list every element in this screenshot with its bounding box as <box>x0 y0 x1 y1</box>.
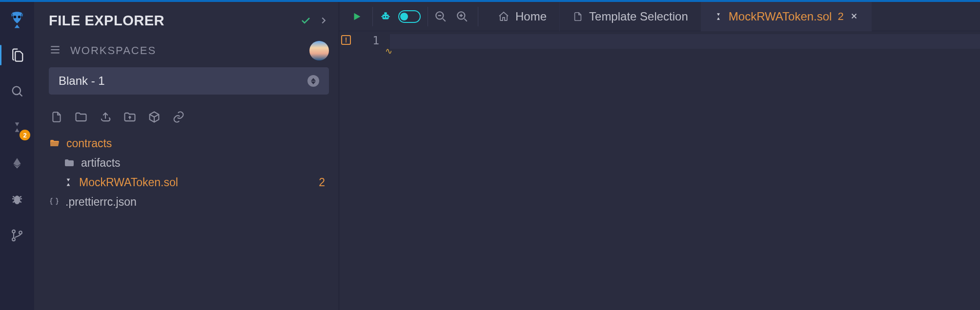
close-icon <box>850 12 858 20</box>
svg-point-5 <box>12 238 15 241</box>
cube-icon <box>147 110 161 124</box>
check-icon <box>300 15 311 26</box>
line-number-gutter: 1 <box>353 31 390 310</box>
upload-folder-button[interactable] <box>122 109 138 125</box>
solidity-file-icon <box>63 177 73 187</box>
compiler-warning-badge: 2 <box>20 130 30 140</box>
tree-item-count: 2 <box>319 176 329 189</box>
tab-home[interactable]: Home <box>485 2 560 31</box>
bug-icon <box>10 192 24 207</box>
ethereum-icon <box>11 157 23 170</box>
workspace-selected-value: Blank - 1 <box>59 74 105 88</box>
tree-file-prettierrc[interactable]: .prettierrc.json <box>49 192 329 212</box>
svg-point-6 <box>19 231 22 234</box>
svg-point-4 <box>12 230 15 233</box>
tree-label: contracts <box>66 137 329 150</box>
link-icon <box>172 110 185 124</box>
svg-point-9 <box>384 16 385 18</box>
folder-open-icon <box>49 137 61 149</box>
warning-squiggle: ∿ <box>385 46 391 56</box>
nav-debugger[interactable] <box>6 188 28 211</box>
ai-toggle[interactable] <box>398 10 421 23</box>
zoom-out-button[interactable] <box>432 8 449 25</box>
tree-label: artifacts <box>81 156 329 170</box>
svg-point-1 <box>18 16 21 19</box>
workspaces-menu[interactable] <box>49 43 61 58</box>
activity-bar: 2 <box>0 2 34 310</box>
nav-deploy[interactable] <box>6 152 28 174</box>
svg-point-0 <box>14 16 17 19</box>
publish-button[interactable] <box>98 109 113 125</box>
new-folder-button[interactable] <box>73 109 89 125</box>
compile-ok-icon[interactable] <box>300 15 311 26</box>
zoom-in-button[interactable] <box>453 8 471 25</box>
tab-warning-count: 2 <box>837 10 843 23</box>
tab-label: Home <box>515 10 547 23</box>
home-icon <box>498 11 510 22</box>
nav-solidity-compiler[interactable]: 2 <box>6 116 28 138</box>
zoom-in-icon <box>456 10 469 23</box>
nav-search[interactable] <box>6 80 28 102</box>
chevron-right-icon <box>318 15 329 26</box>
folder-icon <box>74 110 88 124</box>
tab-active-file[interactable]: MockRWAToken.sol 2 <box>701 2 872 31</box>
upload-cloud-icon <box>99 110 112 124</box>
robot-icon <box>379 10 392 23</box>
file-tree: contracts artifacts MockRWAToken.sol 2 <box>49 134 329 212</box>
nav-git[interactable] <box>6 224 28 247</box>
editor-toolbar: Home Template Selection MockRWAToken.sol… <box>339 2 980 31</box>
box-button[interactable] <box>146 109 162 125</box>
run-button[interactable] <box>348 8 366 25</box>
toggle-knob <box>400 13 408 20</box>
tab-close-button[interactable] <box>850 10 858 23</box>
braces-icon <box>49 196 60 207</box>
editor-body: ! 1 ∿ <box>339 31 980 310</box>
select-updown-icon <box>307 75 319 87</box>
nav-file-explorer[interactable] <box>6 44 28 66</box>
tree-file-mockrwatoken[interactable]: MockRWAToken.sol 2 <box>49 173 329 192</box>
svg-point-2 <box>13 87 20 95</box>
link-button[interactable] <box>171 109 186 125</box>
code-area[interactable]: ∿ <box>390 31 980 310</box>
solidity-file-icon <box>714 12 723 21</box>
tab-template-selection[interactable]: Template Selection <box>560 2 701 31</box>
file-icon <box>572 11 583 22</box>
hamburger-icon <box>49 43 61 56</box>
active-line-highlight <box>390 34 980 49</box>
zoom-out-icon <box>434 10 447 23</box>
svg-rect-8 <box>384 12 387 14</box>
search-icon <box>10 84 24 98</box>
git-branch-icon <box>10 229 24 242</box>
line-number: 1 <box>353 34 379 47</box>
svg-rect-7 <box>383 14 389 19</box>
file-icon <box>50 111 63 123</box>
folder-upload-icon <box>123 110 137 124</box>
editor-area: Home Template Selection MockRWAToken.sol… <box>339 2 980 310</box>
new-file-button[interactable] <box>49 109 64 125</box>
folder-icon <box>63 157 75 169</box>
file-toolbar <box>49 109 329 125</box>
workspace-select[interactable]: Blank - 1 <box>49 67 329 95</box>
file-explorer-panel: FILE EXPLORER WORKSPACES Blank - 1 <box>34 2 339 310</box>
files-icon <box>10 48 24 62</box>
play-icon <box>351 11 362 22</box>
tree-label: .prettierrc.json <box>65 195 329 209</box>
tab-label: Template Selection <box>589 10 688 23</box>
app-logo[interactable] <box>6 9 28 30</box>
line-warning-badge[interactable]: ! <box>341 35 351 45</box>
svg-point-10 <box>386 16 388 18</box>
workspaces-label: WORKSPACES <box>70 44 301 57</box>
tree-folder-contracts[interactable]: contracts <box>49 134 329 153</box>
panel-title: FILE EXPLORER <box>49 13 293 29</box>
editor-tabs: Home Template Selection MockRWAToken.sol… <box>485 2 872 31</box>
tab-label: MockRWAToken.sol <box>729 10 832 23</box>
panel-next[interactable] <box>318 15 329 26</box>
user-avatar[interactable] <box>309 41 329 60</box>
tree-folder-artifacts[interactable]: artifacts <box>49 153 329 173</box>
error-gutter: ! <box>339 31 353 310</box>
tree-label: MockRWAToken.sol <box>79 176 313 189</box>
ai-assistant-button[interactable] <box>377 8 394 25</box>
